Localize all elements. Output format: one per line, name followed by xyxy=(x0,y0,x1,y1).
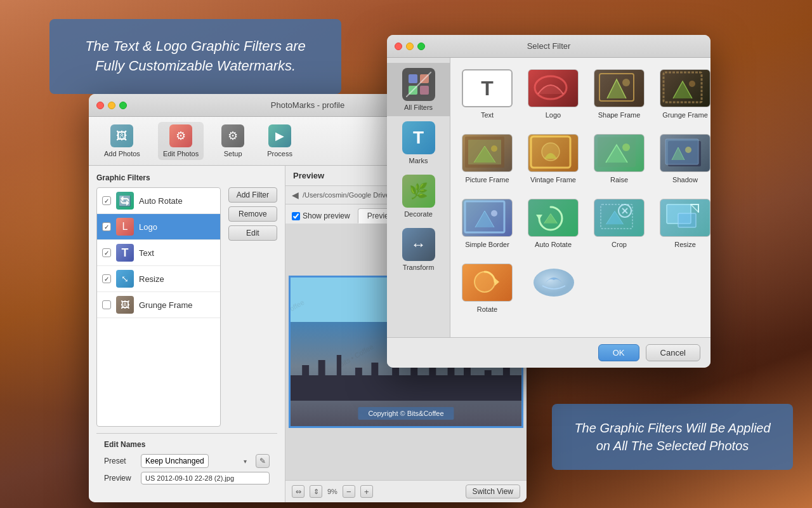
sidebar-item-all-filters[interactable]: All Filters xyxy=(387,63,450,116)
preset-select[interactable]: Keep Unchanged xyxy=(141,454,209,468)
info-box-bottom: The Graphic Filters Will Be Applied on A… xyxy=(552,404,793,470)
grid-item-logo[interactable]: Logo xyxy=(524,65,582,123)
grid-item-rotate[interactable]: Rotate xyxy=(458,260,516,317)
grid-logo-area xyxy=(524,260,582,317)
grid-label-resize: Resize xyxy=(674,241,696,248)
grid-thumb-text: T xyxy=(462,69,513,107)
ok-button[interactable]: OK xyxy=(598,344,639,361)
info-box-bottom-text: The Graphic Filters Will Be Applied on A… xyxy=(570,419,775,455)
dialog-titlebar: Select Filter xyxy=(387,35,710,58)
left-panel: Graphic Filters ✓ 🔄 Auto Rotate ✓ L Logo xyxy=(89,166,285,502)
action-buttons: Add Filter Remove Edit xyxy=(228,187,277,427)
filters-panel-title: Graphic Filters xyxy=(96,173,277,182)
grid-item-picture-frame[interactable]: Picture Frame xyxy=(458,130,516,187)
watermark-text-2: Bits • Coffee xyxy=(337,343,374,369)
svg-point-12 xyxy=(491,145,497,152)
grid-item-shadow[interactable]: Shadow xyxy=(656,130,710,187)
filter-checkbox-grunge-frame[interactable] xyxy=(102,300,111,309)
fit-height-icon[interactable]: ⇕ xyxy=(310,485,322,498)
svg-point-9 xyxy=(689,81,695,87)
grid-item-text[interactable]: T Text xyxy=(458,65,516,123)
filter-grid-area: T Text Logo xyxy=(450,58,710,337)
minimize-button[interactable] xyxy=(108,102,115,109)
filter-thumb-logo: L xyxy=(116,218,134,236)
brand-logo xyxy=(528,264,579,302)
svg-rect-3 xyxy=(420,86,429,95)
svg-point-32 xyxy=(534,269,574,297)
sidebar-label-all-filters: All Filters xyxy=(404,104,433,111)
filter-dialog: Select Filter All Filters xyxy=(387,35,710,368)
filter-item-text[interactable]: ✓ T Text xyxy=(97,240,220,266)
filter-checkbox-resize[interactable]: ✓ xyxy=(102,274,111,283)
transform-icon: ↔ xyxy=(402,228,435,261)
toolbar-setup[interactable]: ⚙ Setup xyxy=(216,122,249,160)
grid-thumb-shadow xyxy=(660,134,710,172)
back-arrow-icon[interactable]: ◀ xyxy=(292,190,299,200)
close-button[interactable] xyxy=(96,102,104,109)
edit-photos-icon: ⚙ xyxy=(169,124,192,147)
show-preview-checkbox-label[interactable]: Show preview xyxy=(292,211,350,220)
sidebar-item-transform[interactable]: ↔ Transform xyxy=(387,223,450,276)
edit-names-title: Edit Names xyxy=(104,440,270,449)
preview-bottom-bar: ⇔ ⇕ 9% − + Switch View xyxy=(285,480,527,502)
sidebar-label-transform: Transform xyxy=(403,264,435,271)
switch-view-button[interactable]: Switch View xyxy=(466,485,520,498)
preset-select-wrapper: Keep Unchanged ▾ xyxy=(141,454,251,468)
setup-icon: ⚙ xyxy=(221,124,244,147)
svg-rect-18 xyxy=(665,139,698,164)
zoom-level: 9% xyxy=(327,488,337,495)
fit-width-icon[interactable]: ⇔ xyxy=(292,485,304,498)
show-preview-label: Show preview xyxy=(303,211,350,220)
grid-label-auto-rotate: Auto Rotate xyxy=(535,241,572,248)
dialog-maximize-button[interactable] xyxy=(417,43,425,50)
toolbar-add-photos[interactable]: 🖼 Add Photos xyxy=(99,122,145,160)
filter-checkbox-text[interactable]: ✓ xyxy=(102,248,111,257)
add-filter-button[interactable]: Add Filter xyxy=(228,187,277,203)
cancel-button[interactable]: Cancel xyxy=(646,344,700,361)
all-filters-icon xyxy=(402,68,435,101)
filter-item-logo[interactable]: ✓ L Logo xyxy=(97,214,220,240)
grid-item-vintage-frame[interactable]: Vintage Frame xyxy=(524,130,582,187)
edit-filter-button[interactable]: Edit xyxy=(228,225,277,241)
traffic-lights xyxy=(96,102,127,109)
grid-item-auto-rotate[interactable]: Auto Rotate xyxy=(524,195,582,252)
preset-label: Preset xyxy=(104,457,136,465)
filter-checkbox-logo[interactable]: ✓ xyxy=(102,222,111,231)
grid-thumb-simple-border xyxy=(462,199,513,237)
grid-label-shadow: Shadow xyxy=(672,176,698,184)
grid-item-simple-border[interactable]: Simple Border xyxy=(458,195,516,252)
grid-thumb-crop xyxy=(594,199,645,237)
show-preview-checkbox[interactable] xyxy=(292,212,300,220)
filter-thumb-text: T xyxy=(116,244,134,262)
svg-rect-0 xyxy=(409,74,417,83)
remove-filter-button[interactable]: Remove xyxy=(228,206,277,222)
maximize-button[interactable] xyxy=(119,102,127,109)
process-label: Process xyxy=(267,150,292,157)
dialog-close-button[interactable] xyxy=(395,43,402,50)
filter-checkbox-auto-rotate[interactable]: ✓ xyxy=(102,196,111,205)
grid-item-raise[interactable]: Raise xyxy=(590,130,648,187)
toolbar-edit-photos[interactable]: ⚙ Edit Photos xyxy=(158,122,204,160)
toolbar-process[interactable]: ▶ Process xyxy=(262,122,298,160)
zoom-in-button[interactable]: + xyxy=(360,485,373,498)
sidebar-item-marks[interactable]: T Marks xyxy=(387,116,450,170)
preview-filename-input[interactable] xyxy=(141,472,270,485)
grid-label-crop: Crop xyxy=(612,241,627,248)
dialog-minimize-button[interactable] xyxy=(406,43,414,50)
filter-item-auto-rotate[interactable]: ✓ 🔄 Auto Rotate xyxy=(97,188,220,214)
edit-preset-icon-button[interactable]: ✎ xyxy=(256,454,270,468)
grid-item-grunge-frame[interactable]: Grunge Frame xyxy=(656,65,710,123)
filter-name-logo: Logo xyxy=(139,222,157,232)
grid-label-grunge-frame: Grunge Frame xyxy=(662,111,708,119)
filter-item-grunge-frame[interactable]: 🖼 Grunge Frame xyxy=(97,292,220,318)
zoom-out-button[interactable]: − xyxy=(343,485,355,498)
window-title: PhotoMarks - profile xyxy=(271,100,344,110)
svg-marker-22 xyxy=(536,215,542,220)
edit-names-section: Edit Names Preset Keep Unchanged ▾ ✎ Pre… xyxy=(96,433,277,495)
grid-item-shape-frame[interactable]: Shape Frame xyxy=(590,65,648,123)
sidebar-item-decorate[interactable]: 🌿 Decorate xyxy=(387,170,450,223)
grid-item-resize[interactable]: Resize xyxy=(656,195,710,252)
preview-label: Preview xyxy=(104,474,136,483)
grid-item-crop[interactable]: Crop xyxy=(590,195,648,252)
filter-item-resize[interactable]: ✓ ⤡ Resize xyxy=(97,266,220,292)
